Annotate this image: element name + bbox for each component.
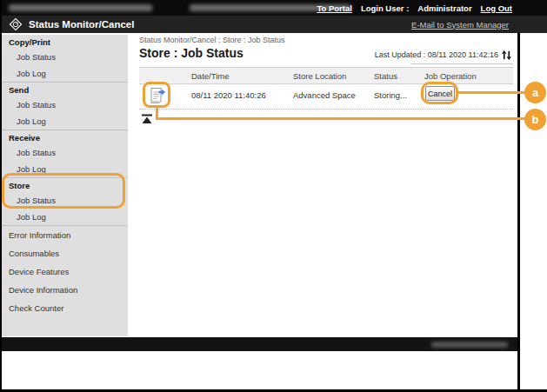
table-cell-store-location: Advanced Space [293, 90, 356, 100]
table-cell-date-time: 08/11 2020 11:40:26 [191, 90, 266, 100]
annotation-bubble-a: a [524, 82, 546, 103]
sidebar-item-check-counter[interactable]: Check Counter [2, 299, 128, 317]
sidebar-item-send-job-log[interactable]: Job Log [2, 113, 128, 130]
cancel-button[interactable]: Cancel [425, 86, 455, 101]
sidebar-item-store-job-status[interactable]: Job Status [2, 192, 128, 209]
column-header-status: Status [374, 71, 397, 81]
sidebar-item-copyprint-job-status[interactable]: Job Status [2, 49, 128, 65]
sidebar-item-send-job-status[interactable]: Job Status [2, 96, 128, 113]
login-user-label: Login User : [361, 3, 409, 13]
sidebar-item-receive-job-status[interactable]: Job Status [2, 144, 128, 161]
annotation-line-b-horizontal [156, 117, 526, 120]
sidebar-item-consumables[interactable]: Consumables [2, 244, 128, 262]
sidebar-item-device-information[interactable]: Device Information [2, 281, 128, 299]
sidebar-item-receive-job-log[interactable]: Job Log [2, 161, 128, 177]
sidebar-item-store-job-log[interactable]: Job Log [2, 209, 128, 225]
sidebar-section-send: Send [2, 83, 128, 96]
page-title: Status Monitor/Cancel [29, 19, 134, 30]
sidebar-section-receive: Receive [2, 130, 128, 144]
breadcrumb: Status Monitor/Cancel : Store : Job Stat… [139, 36, 285, 44]
footer-bar [0, 337, 520, 351]
table-row-divider [139, 109, 513, 110]
log-out-link[interactable]: Log Out [481, 3, 512, 13]
last-updated-text: Last Updated : 08/11 2020 11:42:16 [287, 50, 498, 59]
status-monitor-icon [9, 17, 23, 31]
sidebar-section-store: Store [2, 178, 128, 192]
redacted-device-name [9, 4, 152, 11]
remote-ui-screen: To Portal Login User : Administrator Log… [0, 0, 547, 392]
sidebar: Copy/Print Job Status Job Log Send Job S… [2, 35, 128, 336]
to-portal-link[interactable]: To Portal [317, 3, 351, 13]
refresh-icon[interactable] [501, 49, 512, 60]
scroll-to-top-icon[interactable] [141, 112, 153, 123]
sidebar-item-copyprint-job-log[interactable]: Job Log [2, 65, 128, 82]
column-header-store-location: Store Location [293, 71, 346, 81]
content-title: Store : Job Status [139, 46, 243, 60]
table-cell-status: Storing... [374, 90, 407, 100]
stored-document-icon [147, 86, 166, 105]
sidebar-section-copy-print: Copy/Print [2, 35, 128, 49]
sidebar-item-device-features[interactable]: Device Features [2, 262, 128, 281]
redacted-copyright [431, 342, 508, 348]
email-system-manager-link[interactable]: E-Mail to System Manager [411, 20, 509, 30]
frame-border-left [0, 0, 2, 392]
top-bar: To Portal Login User : Administrator Log… [0, 0, 547, 16]
app-bar: Status Monitor/Cancel E-Mail to System M… [0, 16, 547, 33]
table-header-row: Date/Time Store Location Status Job Oper… [139, 67, 513, 84]
annotation-line-a [458, 91, 526, 94]
sidebar-item-error-information[interactable]: Error Information [2, 226, 128, 244]
last-updated-rule [411, 63, 513, 64]
annotation-bubble-b: b [524, 109, 546, 130]
column-header-date-time: Date/Time [191, 71, 229, 81]
frame-border-right [517, 33, 520, 389]
column-header-job-operation: Job Operation [424, 71, 477, 81]
login-user-value: Administrator [417, 3, 471, 13]
